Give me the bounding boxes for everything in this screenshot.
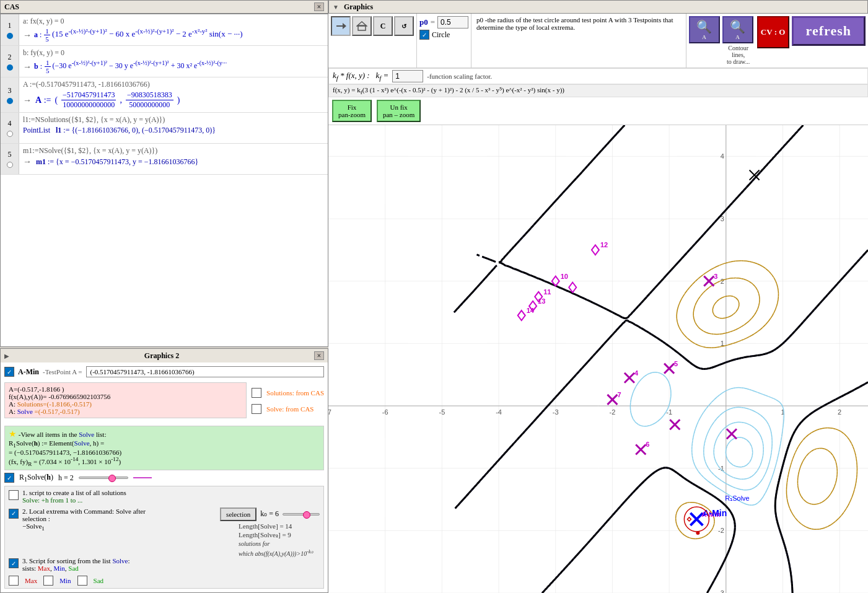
arrow-icon — [335, 20, 346, 32]
contour-label: Contour lines,to draw... — [722, 45, 755, 65]
ko-slider-thumb — [303, 511, 310, 519]
graphics2-expand-icon: ▶ — [4, 353, 9, 359]
a-zoom-group2: 🔍 A Contour lines,to draw... — [722, 16, 755, 65]
ko-slider[interactable] — [283, 513, 320, 516]
script-2-checkbox[interactable]: ✓ — [9, 509, 19, 519]
info-line-4: A: Solve =(-0.517,-0.517) — [9, 408, 242, 415]
fxy-label: f(x, y) = kf(3 (1 - x²) e^(-(x - 0.5)² -… — [333, 86, 564, 94]
cas-row-5: 5 m1:=NSolve({$1, $2}, {x = x(A), y = y(… — [1, 144, 328, 175]
min-checkbox[interactable] — [43, 576, 53, 586]
row-number-3: 3 — [1, 77, 19, 112]
info-line-3: A: Solutions=(-1.8166,-0.517) — [9, 400, 242, 408]
graph-canvas[interactable] — [328, 125, 868, 593]
test-point-value[interactable]: (-0.5170457911473, -1.81661036766) — [86, 366, 325, 377]
script-1-text: 1. script to create a list of all soluti… — [22, 489, 126, 504]
graphics2-title: Graphics 2 — [144, 351, 179, 361]
script-3-text: 3. Script for sorting from the list Solv… — [22, 557, 130, 572]
a-zoom-group: 🔍 A — [689, 16, 720, 43]
sad-label: Sad — [94, 577, 104, 584]
script-2: ✓ 2. Local extrema with Command: Solve a… — [9, 507, 216, 553]
home-icon — [356, 20, 367, 32]
row-content-4[interactable]: l1:=NSolutions({$1, $2}, {x = x(A), y = … — [19, 113, 328, 143]
toolbar-btn-c[interactable]: C — [373, 16, 393, 36]
unfix-button[interactable]: Un fixpan – zoom — [377, 100, 421, 122]
toolbar-btn-home[interactable] — [352, 16, 372, 36]
row-dot-1 — [7, 33, 13, 39]
graphics-title: Graphics — [344, 2, 373, 12]
fraction-2: 1 5 — [45, 59, 51, 74]
toolbar-btn-1[interactable] — [331, 16, 351, 36]
graphics2-body: ✓ A-Min -TestPoint A = (-0.5170457911473… — [1, 362, 328, 592]
row-number-4: 4 — [1, 113, 19, 143]
solutions-checkbox[interactable] — [252, 388, 261, 398]
graphics2-close-button[interactable]: × — [314, 351, 324, 360]
solve-stats-1: Length[Solve] = 14 — [239, 522, 320, 530]
row-dot-2 — [7, 64, 13, 71]
r-solve-checkbox[interactable]: ✓ — [4, 473, 14, 483]
script-3-checkbox[interactable]: ✓ — [9, 558, 19, 568]
fix-unfix-row: Fixpan-zoom Un fixpan – zoom — [328, 97, 868, 125]
toolbar-btn-reset[interactable]: ↺ — [394, 16, 414, 36]
graphics-header: ▼ Graphics — [328, 0, 868, 14]
sad-checkbox[interactable] — [77, 576, 87, 586]
fraction-1: 1 5 — [44, 27, 50, 43]
cas-row-2: 2 b: fy(x, y) = 0 → b : 1 5 (−30 e-(x-½)… — [1, 46, 328, 77]
h-slider[interactable] — [79, 477, 128, 479]
cas-row-3: 3 A :=(-0.5170457911473, -1.81661036766)… — [1, 77, 328, 113]
toolbar-icons-left: C ↺ — [328, 14, 417, 68]
row-number-2: 2 — [1, 46, 19, 77]
max-checkbox[interactable] — [9, 576, 19, 586]
row-content-2[interactable]: b: fy(x, y) = 0 → b : 1 5 (−30 e-(x-½)²-… — [19, 46, 328, 77]
p0-description: p0 -the radius of the test circle around… — [471, 14, 686, 68]
graphics2-header[interactable]: ▶ Graphics 2 × — [1, 349, 328, 362]
cas-row-4: 4 l1:=NSolutions({$1, $2}, {x = x(A), y … — [1, 113, 328, 144]
row-dot-4 — [7, 131, 13, 137]
right-buttons: 🔍 A 🔍 A Contour lines,to draw... CV : O … — [686, 14, 868, 68]
row-dot-5 — [7, 162, 13, 168]
script-2-area: ✓ 2. Local extrema with Command: Solve a… — [9, 507, 320, 557]
solve-checkbox[interactable] — [252, 404, 261, 414]
kf-row: kf * f(x, y) : kf = -function scaling fa… — [328, 68, 868, 84]
a-zoom-btn-2[interactable]: 🔍 A — [722, 16, 753, 43]
fxy-row: f(x, y) = kf(3 (1 - x²) e^(-(x - 0.5)² -… — [328, 84, 868, 97]
p0-desc-text: p0 -the radius of the test circle around… — [476, 16, 681, 31]
graphics-expand-icon: ▼ — [333, 4, 339, 11]
refresh-button[interactable]: refresh — [792, 16, 866, 46]
row-content-1[interactable]: a: fx(x, y) = 0 → a : 1 5 (15 e-(x-½)²-(… — [19, 14, 328, 45]
solve-row: Solve: from CAS — [252, 404, 324, 414]
fix-button[interactable]: Fixpan-zoom — [332, 100, 372, 122]
a-zoom-btn-1[interactable]: 🔍 A — [689, 16, 720, 43]
solutions-label: Solutions: from CAS — [266, 389, 324, 397]
row-number-5: 5 — [1, 144, 19, 174]
fraction-3b: −90830518383 50000000000 — [126, 90, 173, 110]
row-output-5: → m1 := {x = −0.5170457911473, y = −1.81… — [23, 157, 324, 167]
cas-header: CAS × — [0, 0, 328, 14]
script-1-checkbox[interactable] — [9, 490, 19, 500]
kf-input[interactable] — [392, 70, 423, 82]
max-min-sad-row: Max Min Sad — [9, 576, 320, 586]
selection-button[interactable]: selection — [220, 507, 256, 521]
p0-input[interactable] — [437, 16, 468, 29]
graph-container[interactable] — [328, 125, 868, 593]
cas-panel: CAS × 1 a: fx(x, y) = 0 → a : 1 5 — [0, 0, 328, 593]
ko-label: k₀ = 6 — [260, 509, 279, 519]
circle-checkbox[interactable]: ✓ — [419, 30, 429, 40]
cas-close-button[interactable]: × — [314, 2, 324, 11]
fraction-3a: −5170457911473 10000000000000 — [61, 90, 116, 110]
row-content-3[interactable]: A :=(-0.5170457911473, -1.81661036766) →… — [19, 77, 328, 112]
scripts-section: 1. script to create a list of all soluti… — [4, 486, 324, 589]
row-output-2: → b : 1 5 (−30 e-(x-½)²-(y+1)² − 30 y e-… — [23, 59, 324, 74]
solve-gradient-line: (fx, fy)R = (7.034 × 10-14, 1.301 × 10-1… — [9, 456, 320, 467]
solutions-checkboxes: Solutions: from CAS Solve: from CAS — [252, 382, 324, 422]
row-content-5[interactable]: m1:=NSolve({$1, $2}, {x = x(A), y = y(A)… — [19, 144, 328, 174]
top-toolbar: C ↺ p0 = ✓ Circle p0 -the radius of the … — [328, 14, 868, 68]
kf-label: kf * f(x, y) : kf = — [333, 71, 388, 82]
solve-desc: solutions for — [239, 540, 320, 547]
h-label: h = 2 — [58, 473, 74, 483]
circle-row: ✓ Circle — [419, 30, 468, 40]
p0-row: p0 = — [419, 16, 468, 29]
cv-button[interactable]: CV : O — [757, 16, 789, 48]
solve-view-label: -View all items in the Solve list: — [19, 431, 107, 438]
a-min-checkbox[interactable]: ✓ — [4, 367, 14, 377]
script-3: ✓ 3. Script for sorting from the list So… — [9, 557, 320, 572]
